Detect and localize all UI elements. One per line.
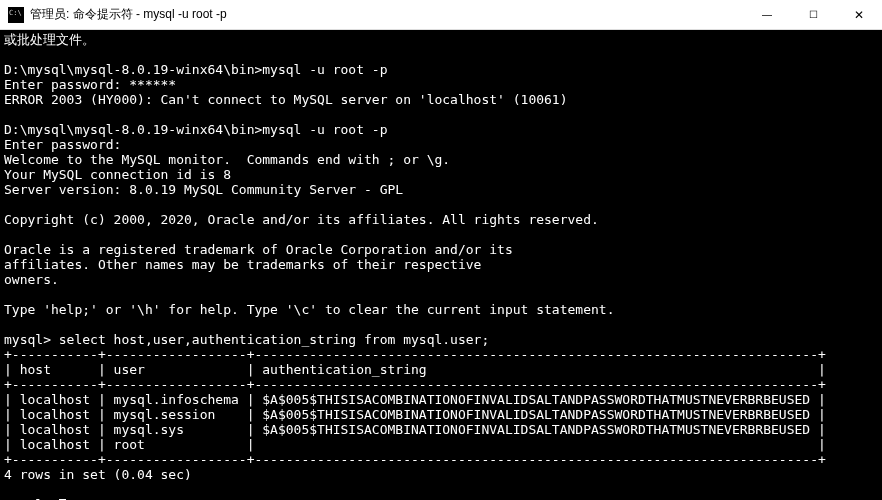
terminal-line: 或批处理文件。 <box>4 32 95 47</box>
window-titlebar: 管理员: 命令提示符 - mysql -u root -p — ☐ ✕ <box>0 0 882 30</box>
terminal-output[interactable]: 或批处理文件。 D:\mysql\mysql-8.0.19-winx64\bin… <box>0 30 882 500</box>
terminal-line: mysql> select host,user,authentication_s… <box>4 332 489 347</box>
terminal-line: owners. <box>4 272 59 287</box>
terminal-line: affiliates. Other names may be trademark… <box>4 257 481 272</box>
cmd-icon <box>8 7 24 23</box>
terminal-line: Welcome to the MySQL monitor. Commands e… <box>4 152 450 167</box>
terminal-line: D:\mysql\mysql-8.0.19-winx64\bin>mysql -… <box>4 122 388 137</box>
window-title: 管理员: 命令提示符 - mysql -u root -p <box>30 6 744 23</box>
table-border: +-----------+------------------+--------… <box>4 347 826 362</box>
terminal-line: Type 'help;' or '\h' for help. Type '\c'… <box>4 302 614 317</box>
table-header: | host | user | authentication_string | <box>4 362 826 377</box>
terminal-line: Enter password: ****** <box>4 77 176 92</box>
window-controls: — ☐ ✕ <box>744 0 882 29</box>
table-row: | localhost | mysql.session | $A$005$THI… <box>4 407 826 422</box>
table-row: | localhost | mysql.sys | $A$005$THISISA… <box>4 422 826 437</box>
terminal-line: Copyright (c) 2000, 2020, Oracle and/or … <box>4 212 599 227</box>
table-border: +-----------+------------------+--------… <box>4 452 826 467</box>
table-row: | localhost | root | | <box>4 437 826 452</box>
table-row: | localhost | mysql.infoschema | $A$005$… <box>4 392 826 407</box>
terminal-line: Enter password: <box>4 137 121 152</box>
terminal-line: Server version: 8.0.19 MySQL Community S… <box>4 182 403 197</box>
table-border: +-----------+------------------+--------… <box>4 377 826 392</box>
terminal-line: Your MySQL connection id is 8 <box>4 167 231 182</box>
terminal-line: Oracle is a registered trademark of Orac… <box>4 242 513 257</box>
maximize-button[interactable]: ☐ <box>790 0 836 29</box>
close-button[interactable]: ✕ <box>836 0 882 29</box>
terminal-line: ERROR 2003 (HY000): Can't connect to MyS… <box>4 92 568 107</box>
terminal-line: 4 rows in set (0.04 sec) <box>4 467 192 482</box>
minimize-button[interactable]: — <box>744 0 790 29</box>
terminal-line: D:\mysql\mysql-8.0.19-winx64\bin>mysql -… <box>4 62 388 77</box>
